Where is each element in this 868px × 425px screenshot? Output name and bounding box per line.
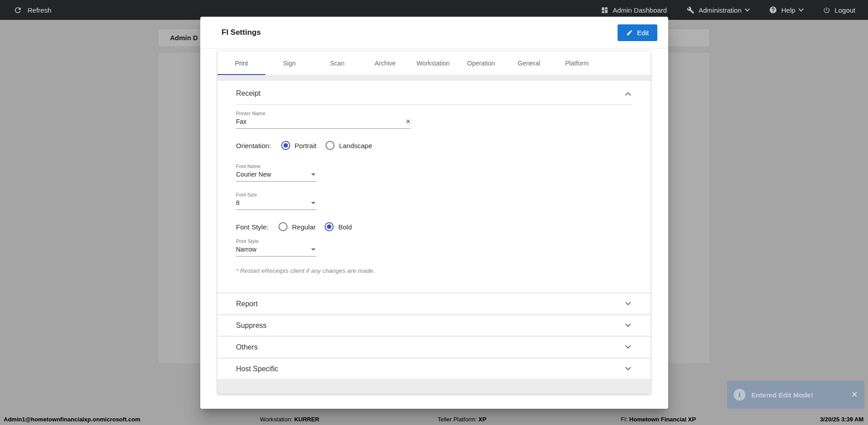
fi-settings-dialog: FI Settings Edit Print Sign Scan Archive… [200, 17, 668, 409]
status-teller-label: Teller Platform: [438, 416, 477, 423]
status-user: Admin1@hometownfinancialxp.onmicrosoft.c… [4, 414, 140, 425]
info-icon: i [734, 389, 745, 401]
dropdown-caret-icon [311, 202, 316, 204]
wrench-icon [687, 6, 694, 14]
radio-bold-label: Bold [338, 223, 352, 231]
chevron-down-icon [745, 6, 750, 11]
tab-operation[interactable]: Operation [457, 51, 505, 75]
chevron-down-icon [625, 343, 631, 349]
status-teller-value: XP [478, 416, 486, 423]
orientation-label: Orientation: [236, 142, 271, 149]
clear-icon[interactable]: × [406, 118, 410, 125]
print-style-select[interactable]: Narrow [236, 244, 316, 257]
accordion-report[interactable]: Report [217, 294, 651, 314]
dropdown-caret-icon [311, 248, 316, 251]
dropdown-caret-icon [311, 173, 316, 176]
tab-archive[interactable]: Archive [361, 51, 409, 75]
status-timestamp: 3/20/25 3:39 AM [820, 414, 863, 425]
restart-note: * Restart eReceipts client if any change… [236, 267, 632, 274]
font-name-label: Font Name [236, 163, 632, 169]
tab-sign[interactable]: Sign [265, 51, 313, 75]
radio-portrait[interactable]: Portrait [281, 141, 316, 150]
refresh-icon [14, 6, 22, 14]
font-size-select[interactable]: 8 [236, 197, 316, 210]
radio-portrait-label: Portrait [295, 142, 316, 149]
nav-administration-label: Administration [698, 6, 741, 14]
background-admin-tab-label: Admin D [170, 34, 198, 42]
refresh-button[interactable]: Refresh [0, 6, 52, 14]
accordion-host-specific[interactable]: Host Specific [217, 359, 651, 379]
chevron-down-icon [625, 321, 631, 327]
print-style-value: Narrow [236, 246, 311, 253]
dialog-header: FI Settings Edit [200, 17, 668, 49]
accordion-report-title: Report [236, 300, 258, 308]
accordion-others-title: Others [236, 343, 258, 351]
accordion-others[interactable]: Others [217, 337, 651, 357]
radio-unselected-icon [278, 222, 288, 231]
tab-scan[interactable]: Scan [313, 51, 361, 75]
radio-regular-label: Regular [292, 223, 316, 231]
radio-selected-icon [325, 222, 334, 231]
radio-landscape-label: Landscape [339, 142, 372, 149]
power-icon [823, 6, 830, 14]
status-fi-label: FI: [621, 416, 627, 423]
top-nav-right: Admin Dashboard Administration Help Logo… [601, 6, 868, 14]
status-workstation: Workstation: KURRER [260, 414, 319, 425]
font-style-label: Font Style: [236, 223, 269, 231]
font-name-value: Courier New [236, 171, 311, 178]
radio-landscape[interactable]: Landscape [326, 141, 372, 150]
status-fi-value: Hometown Financial XP [629, 416, 696, 423]
nav-help[interactable]: Help [769, 6, 803, 14]
printer-name-value: Fax [236, 118, 406, 125]
printer-name-label: Printer Name [236, 111, 632, 116]
dialog-title: FI Settings [222, 28, 261, 37]
accordion-suppress[interactable]: Suppress [217, 315, 651, 336]
toast-close-icon[interactable]: ✕ [852, 391, 858, 398]
radio-selected-icon [281, 141, 290, 150]
nav-logout-label: Logout [835, 6, 855, 14]
orientation-group: Orientation: Portrait Landscape [236, 141, 632, 150]
accordion-receipt: Receipt Printer Name Fax × Orientation: … [217, 81, 651, 292]
font-name-select[interactable]: Courier New [236, 169, 316, 182]
status-workstation-value: KURRER [294, 416, 320, 423]
refresh-label: Refresh [28, 6, 52, 14]
radio-bold[interactable]: Bold [325, 222, 352, 231]
printer-name-input[interactable]: Fax × [236, 116, 410, 129]
tab-print[interactable]: Print [217, 51, 265, 75]
radio-unselected-icon [326, 141, 335, 150]
print-style-label: Print Style [236, 238, 632, 244]
status-bar: Admin1@hometownfinancialxp.onmicrosoft.c… [0, 414, 868, 425]
edit-button[interactable]: Edit [618, 24, 657, 41]
dashboard-icon [601, 6, 609, 14]
tab-general[interactable]: General [505, 51, 553, 75]
settings-card: Print Sign Scan Archive Workstation Oper… [217, 51, 651, 394]
chevron-up-icon [625, 92, 631, 98]
accordion-suppress-title: Suppress [236, 322, 267, 330]
app-window: Refresh Admin Dashboard Administration H… [0, 0, 868, 425]
status-fi: FI: Hometown Financial XP [621, 414, 696, 425]
divider [236, 104, 632, 105]
chevron-down-icon [798, 6, 803, 11]
toast-message: Entered Edit Mode! [751, 391, 813, 399]
status-teller-platform: Teller Platform: XP [438, 414, 486, 425]
nav-admin-dashboard[interactable]: Admin Dashboard [601, 6, 667, 14]
radio-regular[interactable]: Regular [278, 222, 316, 231]
font-style-group: Font Style: Regular Bold [236, 222, 632, 231]
chevron-down-icon [625, 364, 631, 370]
edit-button-label: Edit [637, 29, 649, 37]
chevron-down-icon [625, 299, 631, 305]
toast-notification: i Entered Edit Mode! ✕ [727, 381, 864, 409]
tab-workstation[interactable]: Workstation [409, 51, 457, 75]
nav-help-label: Help [781, 6, 795, 14]
accordion-host-specific-title: Host Specific [236, 365, 278, 373]
status-workstation-label: Workstation: [260, 416, 292, 423]
accordion-receipt-title: Receipt [236, 89, 260, 98]
nav-logout[interactable]: Logout [823, 6, 855, 14]
accordion-list: Receipt Printer Name Fax × Orientation: … [217, 75, 651, 394]
accordion-receipt-header[interactable]: Receipt [236, 81, 632, 98]
nav-administration[interactable]: Administration [687, 6, 749, 14]
nav-admin-dashboard-label: Admin Dashboard [613, 6, 667, 14]
font-size-value: 8 [236, 199, 311, 206]
tab-platform[interactable]: Platform [553, 51, 601, 75]
font-size-label: Font Size [236, 192, 632, 197]
